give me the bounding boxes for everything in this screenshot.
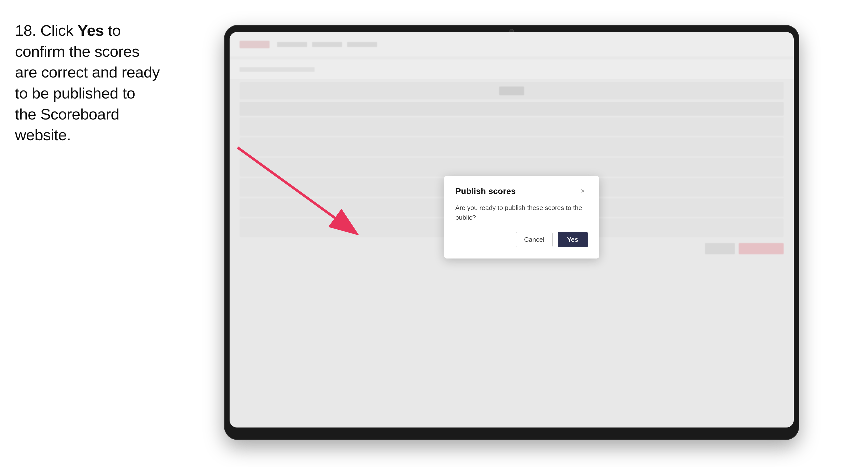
instruction-bold: Yes: [78, 22, 104, 39]
modal-header: Publish scores ×: [455, 186, 588, 196]
yes-button[interactable]: Yes: [558, 232, 588, 247]
tablet-screen: Publish scores × Are you ready to publis…: [229, 32, 794, 428]
cancel-button[interactable]: Cancel: [516, 232, 553, 247]
publish-scores-modal: Publish scores × Are you ready to publis…: [444, 176, 599, 258]
modal-title: Publish scores: [455, 186, 516, 196]
instruction-text-rest: to confirm the scores are correct and re…: [15, 22, 160, 144]
page-wrapper: 18. Click Yes to confirm the scores are …: [0, 0, 868, 467]
instruction-panel: 18. Click Yes to confirm the scores are …: [15, 15, 160, 146]
step-number: 18.: [15, 22, 36, 39]
modal-overlay: Publish scores × Are you ready to publis…: [229, 32, 794, 428]
modal-footer: Cancel Yes: [455, 232, 588, 247]
tablet-frame-area: Publish scores × Are you ready to publis…: [160, 15, 868, 465]
tablet-device: Publish scores × Are you ready to publis…: [224, 25, 799, 440]
modal-body-text: Are you ready to publish these scores to…: [455, 203, 588, 222]
instruction-text-plain: Click: [36, 22, 78, 39]
modal-close-button[interactable]: ×: [578, 186, 588, 196]
